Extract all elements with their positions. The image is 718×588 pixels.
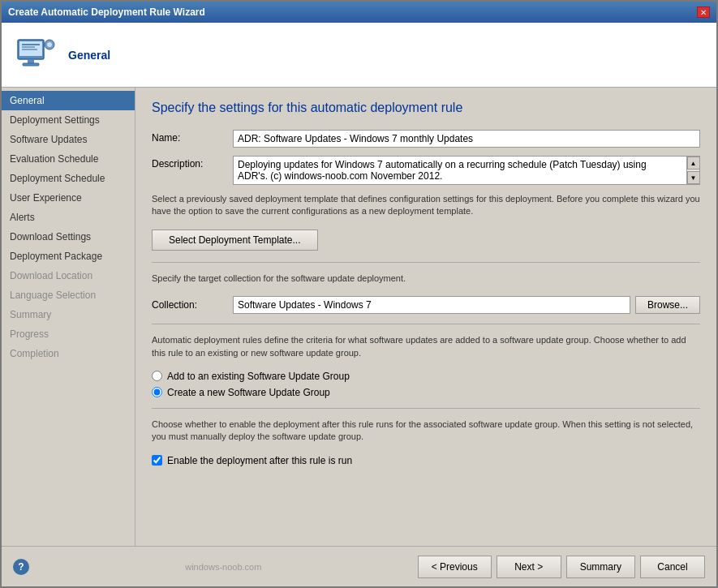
radio-new-label: Create a new Software Update Group <box>167 387 330 398</box>
name-row: Name: <box>152 130 700 148</box>
description-label: Description: <box>152 156 233 185</box>
divider-1 <box>152 262 700 263</box>
collection-label: Collection: <box>152 299 233 311</box>
select-template-container: Select Deployment Template... <box>152 230 700 251</box>
sidebar-item-deployment-package[interactable]: Deployment Package <box>2 247 135 266</box>
enable-checkbox-label: Enable the deployment after this rule is… <box>167 455 352 466</box>
page-title: Specify the settings for this automatic … <box>152 101 700 115</box>
name-input[interactable] <box>233 130 700 148</box>
sidebar-item-language-selection: Language Selection <box>2 285 135 305</box>
svg-rect-1 <box>19 41 42 56</box>
cancel-button[interactable]: Cancel <box>640 556 705 578</box>
previous-button[interactable]: < Previous <box>418 556 492 578</box>
content-area: Specify the settings for this automatic … <box>135 88 716 546</box>
footer-buttons: < Previous Next > Summary Cancel <box>418 556 705 578</box>
sidebar-item-user-experience[interactable]: User Experience <box>2 188 135 208</box>
scrollbar-v[interactable]: ▲ ▼ <box>686 157 699 184</box>
radio-new-item: Create a new Software Update Group <box>152 387 700 398</box>
divider-3 <box>152 408 700 409</box>
close-button[interactable]: ✕ <box>697 6 710 18</box>
sidebar-item-software-updates[interactable]: Software Updates <box>2 130 135 149</box>
sidebar-item-evaluation-schedule[interactable]: Evaluation Schedule <box>2 149 135 169</box>
title-bar: Create Automatic Deployment Rule Wizard … <box>2 2 716 23</box>
radio-group: Add to an existing Software Update Group… <box>152 371 700 398</box>
name-label: Name: <box>152 130 233 144</box>
sidebar-item-download-location: Download Location <box>2 266 135 285</box>
scroll-down-btn[interactable]: ▼ <box>687 171 700 184</box>
window-title: Create Automatic Deployment Rule Wizard <box>8 6 205 18</box>
divider-2 <box>152 324 700 324</box>
enable-info-text: Choose whether to enable the deployment … <box>152 418 700 444</box>
wizard-body: General Deployment Settings Software Upd… <box>2 88 716 546</box>
sidebar-item-summary: Summary <box>2 305 135 324</box>
watermark: windows-noob.com <box>29 562 418 572</box>
sidebar-item-download-settings[interactable]: Download Settings <box>2 227 135 247</box>
sidebar: General Deployment Settings Software Upd… <box>2 88 135 546</box>
wizard-header-icon <box>15 35 55 75</box>
summary-button[interactable]: Summary <box>566 556 635 578</box>
next-button[interactable]: Next > <box>497 556 561 578</box>
description-input[interactable]: Deploying updates for Windows 7 automati… <box>234 157 685 184</box>
template-info-text: Select a previously saved deployment tem… <box>152 193 700 218</box>
collection-row: Collection: Browse... <box>152 296 700 314</box>
footer: ? windows-noob.com < Previous Next > Sum… <box>2 546 716 586</box>
sidebar-item-progress: Progress <box>2 324 135 344</box>
enable-checkbox-row: Enable the deployment after this rule is… <box>152 455 700 466</box>
description-wrapper: Deploying updates for Windows 7 automati… <box>233 156 700 185</box>
collection-input[interactable] <box>233 296 630 314</box>
scroll-up-btn[interactable]: ▲ <box>687 157 700 170</box>
select-template-button[interactable]: Select Deployment Template... <box>152 230 318 251</box>
sidebar-item-completion: Completion <box>2 344 135 363</box>
radio-existing[interactable] <box>152 371 162 381</box>
radio-new[interactable] <box>152 387 162 397</box>
wizard-header: General <box>2 23 716 88</box>
update-group-info: Automatic deployment rules define the cr… <box>152 334 700 359</box>
sidebar-item-deployment-settings[interactable]: Deployment Settings <box>2 110 135 130</box>
radio-existing-item: Add to an existing Software Update Group <box>152 371 700 382</box>
description-row: Description: Deploying updates for Windo… <box>152 156 700 185</box>
sidebar-item-deployment-schedule[interactable]: Deployment Schedule <box>2 169 135 188</box>
sidebar-item-general[interactable]: General <box>2 91 135 110</box>
wizard-window: Create Automatic Deployment Rule Wizard … <box>0 0 718 588</box>
browse-button[interactable]: Browse... <box>635 296 700 314</box>
collection-info-text: Specify the target collection for the so… <box>152 273 700 285</box>
sidebar-item-alerts[interactable]: Alerts <box>2 208 135 227</box>
enable-checkbox[interactable] <box>152 455 162 466</box>
header-title: General <box>68 49 110 62</box>
svg-rect-3 <box>23 63 39 66</box>
help-button[interactable]: ? <box>13 559 29 575</box>
svg-point-8 <box>47 42 52 47</box>
radio-existing-label: Add to an existing Software Update Group <box>167 371 350 382</box>
